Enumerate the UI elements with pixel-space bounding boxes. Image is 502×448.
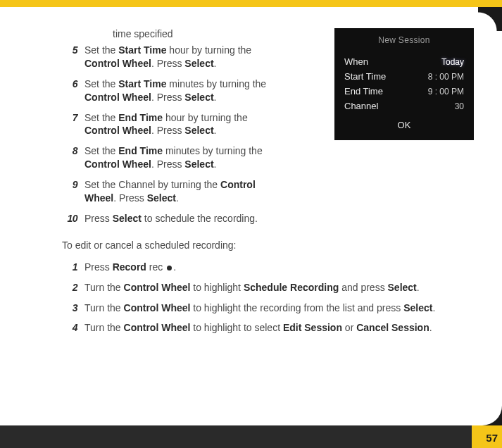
step-number: 2	[62, 281, 77, 294]
screen-row-label: Channel	[344, 101, 378, 111]
instruction-step: 2Turn the Control Wheel to highlight Sch…	[62, 281, 474, 294]
step-text: Set the End Time minutes by turning the …	[84, 145, 263, 170]
step-number: 1	[62, 261, 77, 274]
step-number: 10	[62, 212, 77, 225]
screen-row-label: When	[344, 56, 368, 67]
instruction-step: 3Turn the Control Wheel to highlight the…	[62, 301, 474, 315]
screen-row-label: End Time	[344, 86, 383, 97]
instruction-step: 9Set the Channel by turning the Control …	[62, 178, 277, 205]
step-text: Set the Channel by turning the Control W…	[84, 179, 256, 204]
step-text: Set the Start Time minutes by turning th…	[84, 78, 266, 103]
screen-title: New Session	[344, 35, 464, 45]
instruction-step: 8Set the End Time minutes by turning the…	[62, 144, 277, 171]
step-text: Press Select to schedule the recording.	[84, 213, 258, 224]
step-number: 9	[62, 178, 77, 192]
step-number: 3	[62, 301, 77, 315]
instruction-step: 5Set the Start Time hour by turning the …	[62, 44, 277, 70]
instruction-step: 1Press Record rec .	[62, 261, 474, 274]
page-number: 57	[486, 432, 498, 444]
device-screen-preview: New Session WhenTodayStart Time8 : 00 PM…	[334, 28, 474, 140]
screen-row-label: Start Time	[344, 71, 386, 82]
instruction-step: 10Press Select to schedule the recording…	[62, 212, 474, 225]
instruction-step: 6Set the Start Time minutes by turning t…	[62, 77, 277, 104]
screen-row-value: 9 : 00 PM	[428, 87, 464, 97]
instruction-list-b: 1Press Record rec .2Turn the Control Whe…	[62, 261, 474, 335]
record-icon	[167, 266, 172, 270]
screen-row: Channel30	[344, 101, 464, 111]
step-number: 8	[62, 144, 77, 158]
step-text: Turn the Control Wheel to highlight the …	[84, 302, 435, 313]
step-text: Turn the Control Wheel to highlight to s…	[84, 322, 432, 333]
step-number: 7	[62, 111, 77, 125]
header-accent-bar	[0, 0, 502, 7]
screen-row-value: Today	[441, 57, 464, 67]
instruction-step: 4Turn the Control Wheel to highlight to …	[62, 321, 474, 335]
subsection-heading: To edit or cancel a scheduled recording:	[62, 239, 474, 251]
screen-row-value: 30	[455, 101, 464, 111]
step-number: 4	[62, 321, 77, 335]
page-body: New Session WhenTodayStart Time8 : 00 PM…	[0, 7, 502, 425]
screen-ok-button: OK	[344, 120, 464, 130]
screen-row: Start Time8 : 00 PM	[344, 71, 464, 82]
screen-row-value: 8 : 00 PM	[428, 72, 464, 82]
screen-row: WhenToday	[344, 56, 464, 67]
step-text: Press Record rec .	[84, 261, 176, 273]
step-number: 5	[62, 44, 77, 57]
step-text: Set the Start Time hour by turning the C…	[84, 44, 251, 69]
step-number: 6	[62, 77, 77, 91]
screen-row: End Time9 : 00 PM	[344, 86, 464, 97]
step-text: Set the End Time hour by turning the Con…	[84, 112, 248, 137]
step-text: Turn the Control Wheel to highlight Sche…	[84, 282, 420, 293]
instruction-step: 7Set the End Time hour by turning the Co…	[62, 111, 277, 138]
page-footer: 57	[0, 425, 502, 448]
